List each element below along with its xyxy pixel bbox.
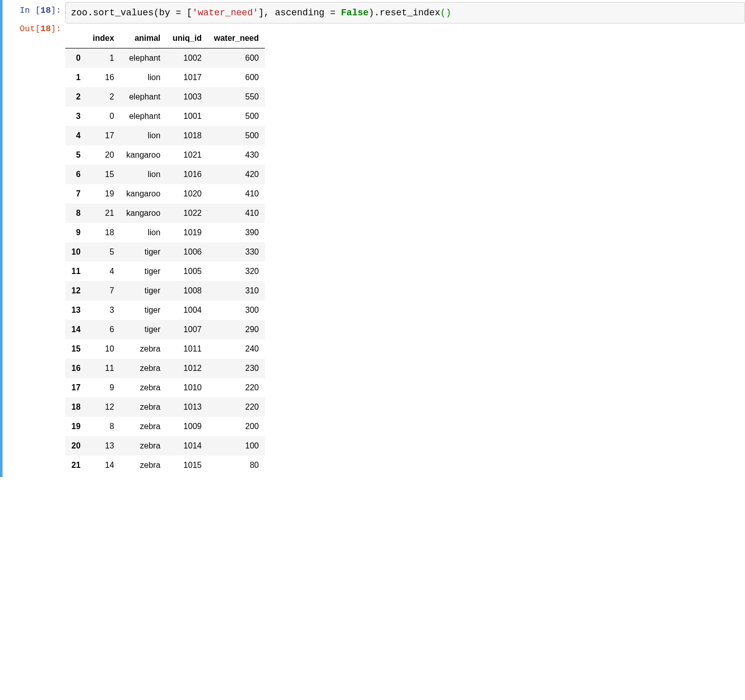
- cell-animal: zebra: [120, 339, 167, 359]
- cell-index: 13: [87, 436, 120, 456]
- out-exec-count: 18: [40, 24, 51, 34]
- cell-index: 2: [87, 87, 120, 107]
- table-body: 01elephant1002600116lion101760022elephan…: [65, 48, 265, 476]
- cell-uniq_id: 1003: [166, 87, 208, 107]
- table-row: 719kangaroo1020410: [65, 184, 265, 204]
- cell-index: 21: [87, 204, 120, 223]
- cell-index: 20: [87, 145, 120, 165]
- cell-water_need: 80: [208, 456, 265, 475]
- cell-index: 0: [87, 107, 120, 126]
- cell-index: 10: [87, 339, 120, 359]
- table-row: 2114zebra101580: [65, 456, 265, 475]
- cell-water_need: 410: [208, 184, 265, 204]
- cell-animal: zebra: [120, 359, 167, 378]
- cell-uniq_id: 1016: [166, 165, 208, 184]
- cell-uniq_id: 1002: [166, 48, 208, 68]
- cell-animal: kangaroo: [120, 184, 167, 204]
- cell-animal: tiger: [120, 281, 167, 301]
- in-prefix: In [: [19, 6, 40, 15]
- cell-water_need: 240: [208, 339, 265, 359]
- cell-uniq_id: 1005: [166, 262, 208, 281]
- cell-water_need: 100: [208, 436, 265, 456]
- cell-index: 4: [87, 262, 120, 281]
- table-head: index animal uniq_id water_need: [65, 29, 265, 48]
- table-row: 1510zebra1011240: [65, 339, 265, 359]
- row-label: 1: [65, 68, 87, 87]
- cell-animal: elephant: [120, 107, 167, 126]
- cell-uniq_id: 1022: [166, 204, 208, 223]
- cell-uniq_id: 1017: [166, 68, 208, 87]
- code-input[interactable]: zoo.sort_values(by = ['water_need'], asc…: [65, 2, 745, 23]
- cell-water_need: 220: [208, 397, 265, 417]
- cell-index: 6: [87, 320, 120, 339]
- table-row: 01elephant1002600: [65, 48, 265, 68]
- out-prefix: Out[: [19, 24, 40, 34]
- table-row: 179zebra1010220: [65, 378, 265, 397]
- row-label: 5: [65, 145, 87, 165]
- cell-animal: elephant: [120, 87, 167, 107]
- table-row: 105tiger1006330: [65, 242, 265, 262]
- row-label: 13: [65, 301, 87, 320]
- in-suffix: ]:: [51, 6, 61, 15]
- cell-water_need: 600: [208, 68, 265, 87]
- row-label: 6: [65, 165, 87, 184]
- col-header-water-need: water_need: [208, 29, 265, 48]
- row-label: 12: [65, 281, 87, 301]
- cell-animal: kangaroo: [120, 145, 167, 165]
- cell-water_need: 330: [208, 242, 265, 262]
- cell-animal: lion: [120, 68, 167, 87]
- prompt-column: In [18]: Out[18]:: [3, 2, 65, 475]
- cell-uniq_id: 1008: [166, 281, 208, 301]
- input-prompt: In [18]:: [3, 5, 61, 16]
- cell-uniq_id: 1004: [166, 301, 208, 320]
- code-text: ], ascending =: [258, 8, 341, 18]
- table-row: 116lion1017600: [65, 68, 265, 87]
- row-label: 0: [65, 48, 87, 68]
- cell-animal: tiger: [120, 320, 167, 339]
- row-label: 4: [65, 126, 87, 145]
- cell-index: 3: [87, 301, 120, 320]
- row-label: 16: [65, 359, 87, 378]
- cell-index: 9: [87, 378, 120, 397]
- cell-uniq_id: 1021: [166, 145, 208, 165]
- cell-index: 18: [87, 223, 120, 242]
- table-row: 1611zebra1012230: [65, 359, 265, 378]
- code-keyword: False: [341, 8, 368, 18]
- cell-uniq_id: 1018: [166, 126, 208, 145]
- cell-animal: lion: [120, 165, 167, 184]
- row-label: 8: [65, 204, 87, 223]
- header-row: index animal uniq_id water_need: [65, 29, 265, 48]
- table-row: 114tiger1005320: [65, 262, 265, 281]
- cell-uniq_id: 1019: [166, 223, 208, 242]
- output-prompt: Out[18]:: [3, 23, 61, 35]
- table-row: 821kangaroo1022410: [65, 204, 265, 223]
- cell-uniq_id: 1007: [166, 320, 208, 339]
- cell-uniq_id: 1006: [166, 242, 208, 262]
- cell-water_need: 390: [208, 223, 265, 242]
- cell-water_need: 310: [208, 281, 265, 301]
- cell-index: 12: [87, 397, 120, 417]
- row-label: 7: [65, 184, 87, 204]
- table-row: 2013zebra1014100: [65, 436, 265, 456]
- row-label: 17: [65, 378, 87, 397]
- table-row: 127tiger1008310: [65, 281, 265, 301]
- row-label: 9: [65, 223, 87, 242]
- cell-animal: tiger: [120, 242, 167, 262]
- col-header-animal: animal: [120, 29, 167, 48]
- table-row: 615lion1016420: [65, 165, 265, 184]
- cell-animal: zebra: [120, 436, 167, 456]
- cell-animal: kangaroo: [120, 204, 167, 223]
- row-label: 2: [65, 87, 87, 107]
- table-row: 417lion1018500: [65, 126, 265, 145]
- cell-index: 16: [87, 68, 120, 87]
- cell-index: 8: [87, 417, 120, 436]
- cell-animal: elephant: [120, 48, 167, 68]
- code-text: zoo.sort_values(by = [: [71, 8, 192, 18]
- cell-water_need: 550: [208, 87, 265, 107]
- in-exec-count: 18: [40, 6, 51, 15]
- table-row: 198zebra1009200: [65, 417, 265, 436]
- cell-index: 11: [87, 359, 120, 378]
- cell-uniq_id: 1013: [166, 397, 208, 417]
- cell-animal: zebra: [120, 378, 167, 397]
- row-label: 3: [65, 107, 87, 126]
